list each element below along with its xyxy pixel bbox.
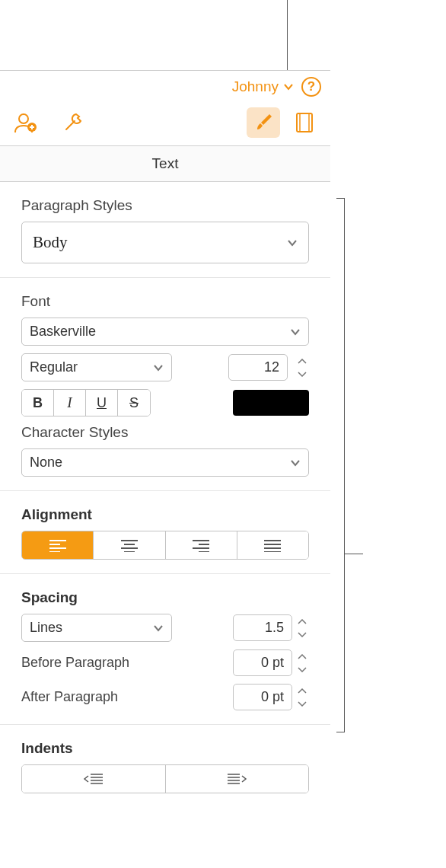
indents-group: Indents	[0, 725, 330, 807]
user-bar: Johnny ?	[0, 71, 330, 103]
after-paragraph-stepper[interactable]	[295, 685, 309, 710]
before-paragraph-label: Before Paragraph	[21, 655, 129, 671]
spacing-value-input[interactable]: 1.5	[233, 614, 292, 641]
spacing-mode-select[interactable]: Lines	[21, 614, 172, 642]
align-center-button[interactable]	[94, 531, 165, 559]
tools-button[interactable]	[56, 107, 90, 138]
underline-button[interactable]: U	[86, 390, 118, 416]
wrench-icon	[62, 111, 84, 134]
paintbrush-icon	[253, 112, 274, 133]
text-style-group: B I U S	[21, 389, 151, 416]
chevron-down-icon	[290, 327, 301, 337]
user-dropdown[interactable]: Johnny	[232, 78, 294, 95]
decrease-indent-button[interactable]	[22, 765, 166, 793]
spacing-label: Spacing	[21, 589, 309, 606]
indent-buttons	[21, 764, 309, 793]
decrease-indent-icon	[83, 772, 104, 786]
character-style-value: None	[30, 455, 62, 471]
align-right-button[interactable]	[166, 531, 237, 559]
font-family-value: Baskerville	[30, 324, 96, 340]
spacing-stepper[interactable]	[295, 616, 309, 640]
bold-button[interactable]: B	[22, 390, 54, 416]
font-weight-value: Regular	[30, 359, 78, 375]
format-tab[interactable]	[247, 107, 280, 138]
italic-button[interactable]: I	[54, 390, 86, 416]
help-button[interactable]: ?	[301, 77, 321, 97]
stepper-up-icon[interactable]	[295, 651, 309, 663]
toolbar	[0, 103, 330, 145]
chevron-down-icon	[290, 458, 301, 468]
alignment-label: Alignment	[21, 506, 309, 523]
svg-rect-4	[297, 113, 312, 132]
font-group: Font Baskerville Regular 12	[0, 278, 330, 491]
chevron-down-icon	[283, 81, 294, 92]
strikethrough-button[interactable]: S	[118, 390, 150, 416]
document-tab[interactable]	[288, 107, 321, 138]
before-paragraph-stepper[interactable]	[295, 651, 309, 675]
align-left-button[interactable]	[22, 531, 94, 559]
user-name: Johnny	[232, 78, 279, 95]
align-center-icon	[119, 538, 139, 552]
alignment-buttons	[21, 531, 309, 560]
align-right-icon	[191, 538, 211, 552]
text-color-swatch[interactable]	[233, 390, 309, 416]
after-paragraph-label: After Paragraph	[21, 689, 118, 705]
stepper-up-icon[interactable]	[295, 685, 309, 697]
paragraph-styles-label: Paragraph Styles	[21, 197, 309, 214]
font-size-input[interactable]: 12	[228, 354, 288, 381]
panel-title: Text	[0, 145, 330, 182]
after-paragraph-input[interactable]: 0 pt	[233, 684, 292, 710]
person-add-icon	[13, 111, 39, 134]
paragraph-styles-group: Paragraph Styles Body	[0, 182, 330, 278]
align-justify-icon	[263, 538, 282, 552]
font-size-stepper[interactable]	[295, 356, 309, 380]
font-label: Font	[21, 293, 309, 310]
character-style-select[interactable]: None	[21, 448, 309, 477]
spacing-group: Spacing Lines 1.5 Before P	[0, 574, 330, 725]
svg-rect-5	[300, 113, 309, 132]
svg-point-0	[19, 114, 28, 123]
increase-indent-button[interactable]	[166, 765, 309, 793]
before-paragraph-input[interactable]: 0 pt	[233, 649, 292, 676]
stepper-down-icon[interactable]	[295, 368, 309, 380]
paragraph-style-value: Body	[33, 233, 68, 252]
chevron-down-icon	[153, 362, 164, 373]
format-inspector-panel: Johnny ?	[0, 70, 330, 868]
stepper-down-icon[interactable]	[295, 697, 309, 710]
stepper-down-icon[interactable]	[295, 663, 309, 675]
align-justify-button[interactable]	[237, 531, 308, 559]
chevron-down-icon	[287, 238, 298, 248]
collaborate-button[interactable]	[9, 107, 43, 138]
paragraph-style-select[interactable]: Body	[21, 222, 309, 263]
font-family-select[interactable]: Baskerville	[21, 318, 309, 346]
character-styles-label: Character Styles	[21, 424, 309, 441]
align-left-icon	[48, 538, 68, 552]
stepper-up-icon[interactable]	[295, 616, 309, 628]
chevron-down-icon	[153, 623, 164, 633]
stepper-up-icon[interactable]	[295, 356, 309, 368]
alignment-group: Alignment	[0, 491, 330, 574]
font-weight-select[interactable]: Regular	[21, 353, 172, 381]
callout-bracket	[336, 198, 352, 732]
stepper-down-icon[interactable]	[295, 628, 309, 640]
indents-label: Indents	[21, 740, 309, 757]
callout-line-top	[287, 0, 288, 72]
document-icon	[295, 111, 314, 134]
increase-indent-icon	[226, 772, 247, 786]
spacing-mode-value: Lines	[30, 620, 62, 636]
